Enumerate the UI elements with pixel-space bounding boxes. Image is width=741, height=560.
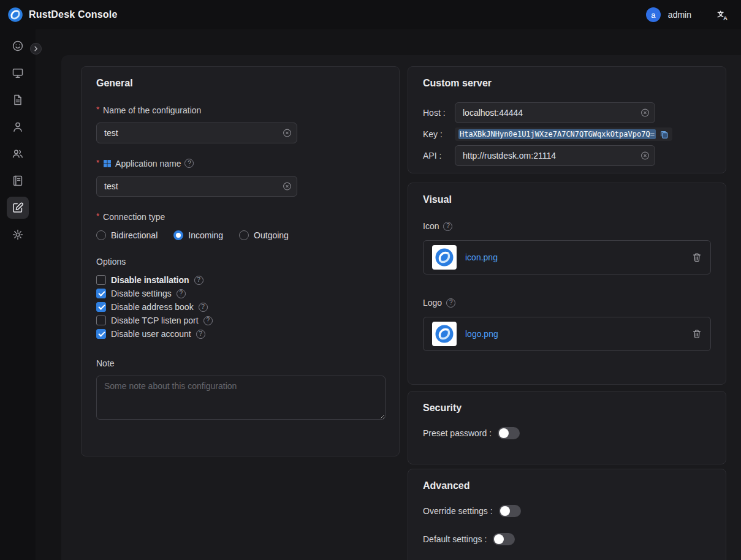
delete-logo-button[interactable] — [692, 329, 702, 339]
sidebar-item-dashboard[interactable] — [7, 35, 29, 57]
windows-icon — [103, 159, 112, 168]
default-settings-label: Default settings : — [423, 534, 487, 544]
clear-input-icon[interactable] — [640, 108, 650, 118]
radio-incoming[interactable]: Incoming — [173, 230, 223, 240]
app-name-label: * Application name ? — [96, 158, 384, 168]
user-name[interactable]: admin — [668, 10, 691, 20]
radio-outgoing[interactable]: Outgoing — [239, 230, 289, 240]
custom-server-card: Custom server Host : Key : HtaXBkJNHyn0e… — [408, 66, 726, 173]
server-key-field[interactable]: HtaXBkJNHyn0e1U1jWXze7A7CN7QTGWqxkOtpaVp… — [455, 127, 672, 141]
app-title: RustDesk Console — [29, 9, 118, 20]
checkbox-disable-settings[interactable]: Disable settings ? — [96, 289, 384, 298]
security-title: Security — [423, 403, 711, 414]
header-right: a admin A — [646, 7, 729, 22]
main-area: General * Name of the configuration * — [36, 29, 741, 560]
translate-language-icon[interactable]: A — [716, 9, 729, 21]
preset-password-toggle[interactable] — [498, 427, 520, 439]
host-input[interactable] — [455, 102, 655, 123]
sidebar-item-devices[interactable] — [7, 62, 29, 84]
help-icon[interactable]: ? — [446, 298, 455, 308]
required-asterisk: * — [96, 158, 99, 167]
icon-upload-box[interactable]: icon.png — [423, 240, 711, 274]
clear-input-icon[interactable] — [640, 151, 650, 161]
app-header: RustDesk Console a admin A — [0, 0, 741, 29]
checkbox — [96, 316, 106, 325]
api-row: API : — [423, 145, 711, 166]
radio-circle — [173, 230, 183, 240]
sidebar-item-custom-client[interactable] — [7, 197, 29, 219]
override-settings-row: Override settings : — [423, 505, 711, 517]
radio-bidirectional[interactable]: Bidirectional — [96, 230, 158, 240]
required-asterisk: * — [96, 211, 99, 221]
options-list: Disable installation ? Disable settings … — [96, 275, 384, 339]
security-card: Security Preset password : — [408, 391, 726, 464]
logo-preview — [432, 322, 457, 346]
sidebar-item-documents[interactable] — [7, 89, 29, 111]
icon-filename-link[interactable]: icon.png — [465, 252, 498, 262]
sidebar-item-users[interactable] — [7, 116, 29, 138]
logo-filename-link[interactable]: logo.png — [465, 329, 498, 339]
help-icon[interactable]: ? — [443, 222, 452, 231]
general-card: General * Name of the configuration * — [81, 66, 400, 456]
config-name-label: * Name of the configuration — [96, 105, 384, 115]
preset-password-row: Preset password : — [423, 427, 711, 439]
key-label: Key : — [423, 129, 455, 139]
sidebar-item-groups[interactable] — [7, 143, 29, 165]
user-icon — [12, 121, 24, 133]
radio-circle — [96, 230, 106, 240]
chevron-right-icon — [32, 45, 39, 52]
document-icon — [12, 94, 24, 106]
api-label: API : — [423, 151, 455, 161]
sidebar-expand-button[interactable] — [30, 43, 42, 55]
checkbox — [96, 302, 106, 312]
app-name-input[interactable] — [96, 176, 297, 197]
connection-type-label: * Connection type — [96, 211, 384, 222]
default-settings-toggle[interactable] — [493, 533, 515, 545]
logbook-icon — [12, 175, 24, 187]
delete-icon-button[interactable] — [692, 252, 702, 262]
checkbox-disable-installation[interactable]: Disable installation ? — [96, 275, 384, 285]
logo-upload-label: Logo ? — [423, 298, 711, 308]
default-settings-row: Default settings : — [423, 533, 711, 545]
note-textarea[interactable] — [96, 376, 386, 420]
visual-title: Visual — [423, 194, 711, 205]
user-avatar[interactable]: a — [646, 7, 661, 22]
radio-circle — [239, 230, 249, 240]
custom-server-title: Custom server — [423, 78, 711, 89]
config-name-input[interactable] — [96, 123, 297, 143]
help-icon[interactable]: ? — [194, 276, 203, 285]
preset-password-label: Preset password : — [423, 428, 492, 438]
help-icon[interactable]: ? — [177, 289, 186, 298]
trash-icon — [692, 252, 702, 262]
svg-text:A: A — [723, 14, 728, 21]
config-name-field — [96, 123, 297, 143]
settings-gear-icon — [12, 229, 24, 241]
visual-card: Visual Icon ? icon.png — [408, 183, 726, 385]
checkbox — [96, 289, 106, 298]
general-title: General — [96, 78, 384, 89]
sidebar-item-settings[interactable] — [7, 224, 29, 246]
checkbox-disable-address-book[interactable]: Disable address book ? — [96, 302, 384, 312]
clear-input-icon[interactable] — [283, 182, 292, 191]
copy-icon[interactable] — [659, 130, 669, 139]
key-row: Key : HtaXBkJNHyn0e1U1jWXze7A7CN7QTGWqxk… — [423, 127, 711, 141]
checkbox-disable-tcp-listen-port[interactable]: Disable TCP listen port ? — [96, 316, 384, 325]
sidebar-item-audit-log[interactable] — [7, 170, 29, 192]
help-icon[interactable]: ? — [184, 159, 194, 168]
override-settings-label: Override settings : — [423, 506, 493, 516]
note-label: Note — [96, 358, 384, 368]
checkbox-disable-user-account[interactable]: Disable user account ? — [96, 329, 384, 339]
help-icon[interactable]: ? — [196, 330, 205, 339]
clear-input-icon[interactable] — [283, 129, 292, 138]
api-input[interactable] — [455, 145, 655, 166]
logo-upload-box[interactable]: logo.png — [423, 317, 711, 351]
help-icon[interactable]: ? — [199, 303, 208, 312]
server-key-value: HtaXBkJNHyn0e1U1jWXze7A7CN7QTGWqxkOtpaVp… — [458, 129, 656, 139]
options-label: Options — [96, 256, 384, 267]
users-icon — [12, 148, 24, 160]
required-asterisk: * — [96, 105, 99, 114]
smiley-icon — [12, 40, 24, 52]
checkbox — [96, 329, 106, 339]
override-settings-toggle[interactable] — [499, 505, 521, 517]
help-icon[interactable]: ? — [203, 316, 213, 325]
